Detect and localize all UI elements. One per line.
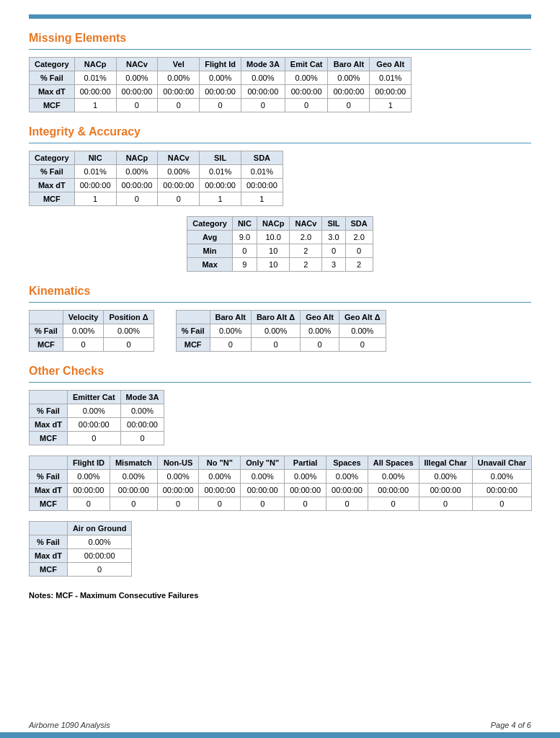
table-header: Non-US — [157, 456, 199, 470]
table-cell: % Fail — [30, 535, 68, 549]
table-cell: 0 — [120, 432, 164, 445]
integrity-accuracy-table1-wrapper: CategoryNICNACpNACvSILSDA% Fail0.01%0.00… — [29, 151, 531, 206]
table-cell: 0.00% — [241, 470, 285, 484]
table-cell: 0.00% — [116, 165, 158, 179]
table-cell: 00:00:00 — [74, 85, 116, 99]
table-cell: 00:00:00 — [74, 179, 116, 192]
table-cell: % Fail — [30, 71, 75, 85]
table-cell: 0.00% — [241, 71, 285, 85]
table-cell: 0 — [322, 244, 345, 258]
table-cell: 00:00:00 — [200, 85, 241, 99]
table-cell: 00:00:00 — [370, 85, 412, 99]
table-cell: 0.00% — [120, 404, 164, 418]
kinematics-table-right: Baro AltBaro Alt ΔGeo AltGeo Alt Δ% Fail… — [176, 310, 386, 352]
table-cell: 0 — [110, 497, 157, 511]
table-cell: 00:00:00 — [157, 484, 199, 497]
other-checks-table1: Emitter CatMode 3A% Fail0.00%0.00%Max dT… — [29, 390, 164, 445]
table-cell: 00:00:00 — [285, 484, 326, 497]
table-cell: 0 — [104, 338, 154, 352]
kinematics-divider — [29, 302, 531, 303]
table-cell: 1 — [370, 99, 412, 112]
footer-left: Airborne 1090 Analysis — [29, 721, 110, 729]
table-cell: MCF — [30, 99, 75, 112]
kinematics-tables-row: VelocityPosition Δ% Fail0.00%0.00%MCF00 … — [29, 310, 531, 352]
integrity-accuracy-table1: CategoryNICNACpNACvSILSDA% Fail0.01%0.00… — [29, 151, 283, 206]
table-cell: 2.0 — [345, 231, 373, 244]
table-header: Category — [187, 217, 233, 231]
table-cell: 00:00:00 — [419, 484, 472, 497]
table-cell: 0.00% — [67, 535, 132, 549]
table-cell: 1 — [74, 99, 116, 112]
table-cell: MCF — [30, 563, 68, 577]
table-row: Max dT00:00:0000:00:0000:00:0000:00:0000… — [30, 179, 283, 192]
table-header: Category — [30, 151, 75, 165]
table-cell: 0.00% — [199, 470, 241, 484]
table-header: SDA — [241, 151, 283, 165]
table-row: % Fail0.00%0.00%0.00%0.00% — [176, 324, 386, 338]
table-cell: 0 — [419, 497, 472, 511]
table-cell: 00:00:00 — [326, 484, 368, 497]
integrity-accuracy-divider — [29, 143, 531, 143]
table-header: All Spaces — [368, 456, 419, 470]
table-cell: 0.00% — [326, 470, 368, 484]
table-cell: 0 — [157, 497, 199, 511]
table-cell: 9.0 — [232, 231, 257, 244]
table-header — [176, 311, 210, 324]
table-header: Illegal Char — [419, 456, 472, 470]
table-cell: 3.0 — [322, 231, 345, 244]
table-header: Baro Alt — [210, 311, 251, 324]
table-cell: 0 — [200, 99, 241, 112]
table-cell: 0 — [328, 99, 370, 112]
table-cell: 0.00% — [104, 324, 154, 338]
table-header: Geo Alt — [370, 58, 412, 71]
table-header: Vel — [158, 58, 200, 71]
table-header: NACv — [290, 217, 322, 231]
table-cell: 0 — [339, 338, 386, 352]
table-row: MCF0 — [30, 563, 132, 577]
table-cell: 0.01% — [370, 71, 412, 85]
footer: Airborne 1090 Analysis Page 4 of 6 — [0, 721, 560, 729]
table-cell: 00:00:00 — [116, 85, 158, 99]
table-cell: 00:00:00 — [285, 85, 328, 99]
table-row: MCF00 — [30, 338, 154, 352]
table-header: Partial — [285, 456, 326, 470]
table-cell: 0.00% — [200, 71, 241, 85]
table-cell: 0 — [67, 497, 110, 511]
table-row: MCF10011 — [30, 192, 283, 206]
table-row: Max dT00:00:0000:00:00 — [30, 418, 164, 432]
table-header: Emit Cat — [285, 58, 328, 71]
table-cell: 0.00% — [251, 324, 300, 338]
table-cell: 10 — [257, 258, 290, 272]
table-row: Max dT00:00:00 — [30, 549, 132, 563]
table-header: No "N" — [199, 456, 241, 470]
table-cell: Max — [187, 258, 233, 272]
table-cell: 0.00% — [157, 470, 199, 484]
table-cell: 0.00% — [63, 324, 104, 338]
table-cell: 0 — [232, 244, 257, 258]
table-header: SIL — [322, 217, 345, 231]
table-cell: 0 — [116, 99, 158, 112]
table-header: Baro Alt Δ — [251, 311, 300, 324]
table-cell: 0.01% — [74, 165, 116, 179]
table-cell: MCF — [30, 497, 68, 511]
table-header: SIL — [200, 151, 241, 165]
table-cell: 00:00:00 — [158, 179, 200, 192]
table-cell: Max dT — [30, 85, 75, 99]
table-row: % Fail0.00%0.00% — [30, 324, 154, 338]
table-row: Max910232 — [187, 258, 373, 272]
table-cell: 0 — [301, 338, 339, 352]
table-row: Max dT00:00:0000:00:0000:00:0000:00:0000… — [30, 484, 532, 497]
table-header: Category — [30, 58, 75, 71]
table-cell: 2.0 — [290, 231, 322, 244]
table-cell: 0 — [472, 497, 531, 511]
table-cell: 0.00% — [67, 470, 110, 484]
table-cell: 00:00:00 — [241, 484, 285, 497]
table-cell: 0.00% — [67, 404, 120, 418]
table-header: SDA — [345, 217, 373, 231]
table-row: MCF0000000000 — [30, 497, 532, 511]
table-row: MCF00 — [30, 432, 164, 445]
table-row: Avg9.010.02.03.02.0 — [187, 231, 373, 244]
table-cell: 2 — [290, 244, 322, 258]
integrity-accuracy-title: Integrity & Accuracy — [29, 125, 531, 138]
table-cell: Max dT — [30, 484, 68, 497]
